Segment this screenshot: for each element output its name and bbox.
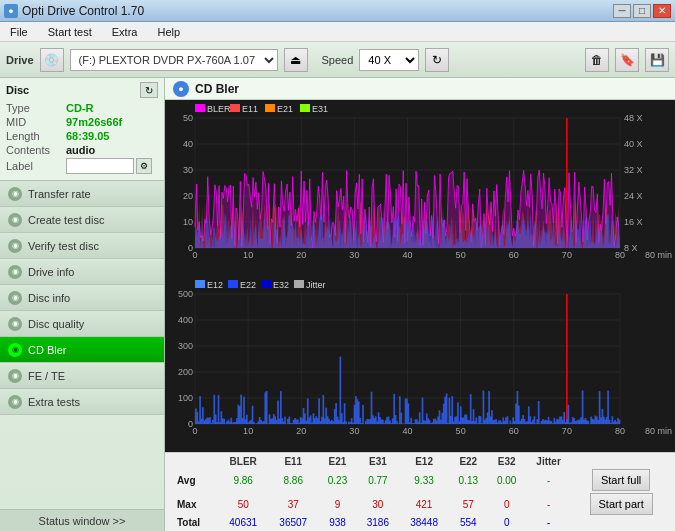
disc-type-label: Type <box>6 102 66 114</box>
sidebar-item-disc-quality[interactable]: ◉ Disc quality <box>0 311 164 337</box>
stats-row-max-val-0: 50 <box>218 492 268 516</box>
menu-help[interactable]: Help <box>151 25 186 39</box>
stats-row-max-val-4: 421 <box>399 492 449 516</box>
sidebar-item-disc-quality-label: Disc quality <box>28 318 84 330</box>
stats-row-avg-val-1: 8.86 <box>268 468 318 492</box>
stats-row-total-val-2: 938 <box>318 516 356 529</box>
maximize-button[interactable]: □ <box>633 4 651 18</box>
start-btn-start-full[interactable]: Start full <box>592 469 650 491</box>
disc-header: Disc ↻ <box>6 82 158 98</box>
stats-btn-1[interactable]: Start part <box>571 492 671 516</box>
stats-btn-2 <box>571 516 671 529</box>
top-chart <box>165 100 675 276</box>
sidebar-item-extra-tests[interactable]: ◉ Extra tests <box>0 389 164 415</box>
stats-row-avg-val-0: 9.86 <box>218 468 268 492</box>
col-jitter: Jitter <box>526 455 571 468</box>
save-button[interactable]: 💾 <box>645 48 669 72</box>
main-layout: Disc ↻ Type CD-R MID 97m26s66f Length 68… <box>0 78 675 531</box>
transfer-rate-icon: ◉ <box>8 187 22 201</box>
stats-row-max-label: Max <box>169 492 218 516</box>
disc-title: Disc <box>6 84 29 96</box>
disc-panel: Disc ↻ Type CD-R MID 97m26s66f Length 68… <box>0 78 164 181</box>
clear-button[interactable]: 🗑 <box>585 48 609 72</box>
sidebar-item-fe-te[interactable]: ◉ FE / TE <box>0 363 164 389</box>
stats-row-total-val-5: 554 <box>449 516 487 529</box>
stats-row-total-val-7: - <box>526 516 571 529</box>
status-window-label: Status window >> <box>39 515 126 527</box>
top-chart-container <box>165 100 675 276</box>
stats-row-total-val-4: 38448 <box>399 516 449 529</box>
disc-contents-label: Contents <box>6 144 66 156</box>
col-e32: E32 <box>488 455 526 468</box>
disc-contents-row: Contents audio <box>6 144 158 156</box>
status-window-button[interactable]: Status window >> <box>0 509 164 531</box>
sidebar-item-create-test-disc[interactable]: ◉ Create test disc <box>0 207 164 233</box>
stats-row-max-val-7: - <box>526 492 571 516</box>
disc-type-value: CD-R <box>66 102 94 114</box>
stats-row-max-val-2: 9 <box>318 492 356 516</box>
menu-extra[interactable]: Extra <box>106 25 144 39</box>
drive-info-icon: ◉ <box>8 265 22 279</box>
menu-start-test[interactable]: Start test <box>42 25 98 39</box>
disc-mid-label: MID <box>6 116 66 128</box>
col-e11: E11 <box>268 455 318 468</box>
chart-header: ● CD Bler <box>165 78 675 100</box>
sidebar-item-drive-info[interactable]: ◉ Drive info <box>0 259 164 285</box>
bookmark-button[interactable]: 🔖 <box>615 48 639 72</box>
stats-row-avg-val-5: 0.13 <box>449 468 487 492</box>
refresh-button[interactable]: ↻ <box>425 48 449 72</box>
stats-body: Avg9.868.860.230.779.330.130.00-Start fu… <box>169 468 671 529</box>
disc-length-value: 68:39.05 <box>66 130 109 142</box>
disc-label-label: Label <box>6 160 66 172</box>
stats-row-avg-val-3: 0.77 <box>357 468 399 492</box>
stats-row-max-val-5: 57 <box>449 492 487 516</box>
eject-button[interactable]: ⏏ <box>284 48 308 72</box>
sidebar-item-extra-tests-label: Extra tests <box>28 396 80 408</box>
app-icon: ● <box>4 4 18 18</box>
drive-select[interactable]: (F:) PLEXTOR DVDR PX-760A 1.07 <box>70 49 278 71</box>
disc-length-row: Length 68:39.05 <box>6 130 158 142</box>
stats-row-avg-val-2: 0.23 <box>318 468 356 492</box>
content-area: ● CD Bler BLER E11 E21 E31 <box>165 78 675 531</box>
titlebar-left: ● Opti Drive Control 1.70 <box>4 4 144 18</box>
stats-btn-0[interactable]: Start full <box>571 468 671 492</box>
close-button[interactable]: ✕ <box>653 4 671 18</box>
chart-icon: ● <box>173 81 189 97</box>
stats-row-avg-label: Avg <box>169 468 218 492</box>
sidebar: Disc ↻ Type CD-R MID 97m26s66f Length 68… <box>0 78 165 531</box>
toolbar: Drive 💿 (F:) PLEXTOR DVDR PX-760A 1.07 ⏏… <box>0 42 675 78</box>
disc-label-row: Label ⚙ <box>6 158 158 174</box>
sidebar-item-cd-bler[interactable]: ◉ CD Bler <box>0 337 164 363</box>
disc-quality-icon: ◉ <box>8 317 22 331</box>
col-e22: E22 <box>449 455 487 468</box>
stats-row-total-val-0: 40631 <box>218 516 268 529</box>
label-settings-button[interactable]: ⚙ <box>136 158 152 174</box>
sidebar-item-transfer-rate[interactable]: ◉ Transfer rate <box>0 181 164 207</box>
stats-row-total-val-3: 3186 <box>357 516 399 529</box>
sidebar-item-verify-test-disc[interactable]: ◉ Verify test disc <box>0 233 164 259</box>
drive-icon-btn[interactable]: 💿 <box>40 48 64 72</box>
disc-contents-value: audio <box>66 144 95 156</box>
menu-file[interactable]: File <box>4 25 34 39</box>
stats-row-avg-val-6: 0.00 <box>488 468 526 492</box>
disc-refresh-button[interactable]: ↻ <box>140 82 158 98</box>
sidebar-item-verify-test-disc-label: Verify test disc <box>28 240 99 252</box>
col-e31: E31 <box>357 455 399 468</box>
bottom-chart <box>165 276 675 452</box>
menubar: File Start test Extra Help <box>0 22 675 42</box>
speed-select[interactable]: 40 X <box>359 49 419 71</box>
charts-area <box>165 100 675 452</box>
sidebar-item-disc-info[interactable]: ◉ Disc info <box>0 285 164 311</box>
titlebar-title: Opti Drive Control 1.70 <box>22 4 144 18</box>
minimize-button[interactable]: ─ <box>613 4 631 18</box>
disc-label-input[interactable] <box>66 158 134 174</box>
disc-length-label: Length <box>6 130 66 142</box>
start-btn-start-part[interactable]: Start part <box>590 493 653 515</box>
stats-row-total-val-6: 0 <box>488 516 526 529</box>
stats-row-max-val-6: 0 <box>488 492 526 516</box>
cd-bler-icon: ◉ <box>8 343 22 357</box>
bottom-chart-container <box>165 276 675 452</box>
col-e12: E12 <box>399 455 449 468</box>
sidebar-item-transfer-rate-label: Transfer rate <box>28 188 91 200</box>
stats-row-total-label: Total <box>169 516 218 529</box>
